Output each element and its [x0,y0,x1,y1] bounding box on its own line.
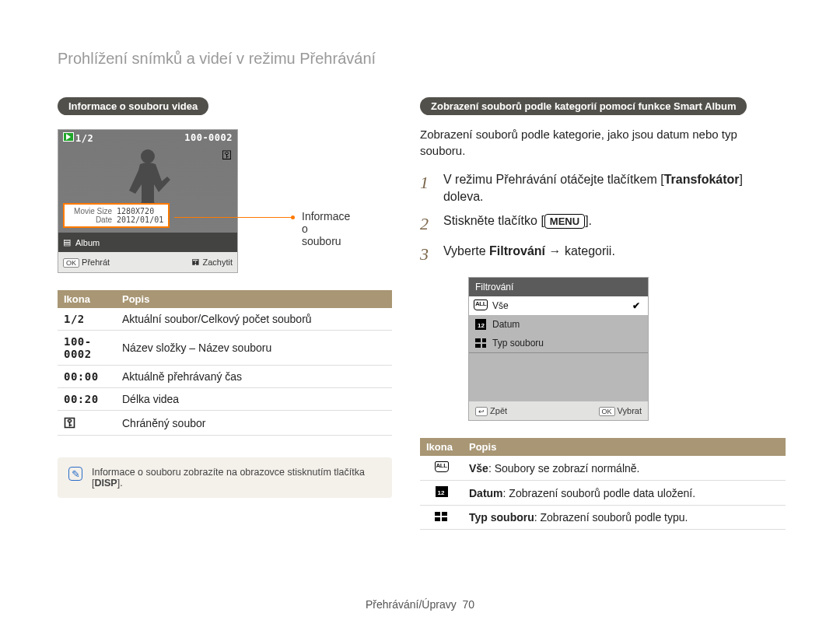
svg-point-0 [141,149,155,163]
capture-label: Zachytit [202,257,233,267]
icon-description-table: IkonaPopis 1/2Aktuální soubor/Celkový po… [58,290,392,436]
intro-text: Zobrazení souborů podle kategorie, jako … [420,126,786,159]
video-info-screenshot: 1/2 100-0002 ⚿ Movie Size 1280X720 Date … [58,129,238,273]
table-row: ⚿Chráněný soubor [58,411,392,436]
note-icon: ✎ [68,467,82,481]
step-3: 3 Vyberte Filtrování → kategorii. [420,243,786,267]
menu-option-all: ALL Vše ✔ [469,296,648,315]
table-row: 100-0002Název složky – Název souboru [58,331,392,366]
section-heading-video-info: Informace o souboru videa [58,97,208,115]
table-row: 00:20Délka videa [58,388,392,411]
table-row: Datum: Zobrazení souborů podle data ulož… [420,481,786,506]
table-row: Typ souboru: Zobrazení souborů podle typ… [420,506,786,530]
check-icon: ✔ [632,300,640,311]
lock-icon: ⚿ [222,149,233,161]
folder-file-number: 100-0002 [184,132,233,144]
calendar-icon [436,486,448,497]
ok-icon: OK [599,407,615,416]
filter-icon-table: IkonaPopis ALLVše: Soubory se zobrazí no… [420,438,786,530]
ok-button-icon: OK [63,258,79,268]
table-row: 00:00Aktuálně přehrávaný čas [58,366,392,388]
back-icon: ↩ [475,407,488,416]
file-counter: 1/2 [75,133,93,144]
key-icon: ⚿ [58,411,116,436]
menu-title: Filtrování [469,278,648,296]
callout-file-info: Informace o souboru [302,210,350,247]
menu-button-icon: MENU [544,214,585,229]
info-note: ✎ Informace o souboru zobrazíte na obraz… [58,457,392,498]
step-2: 2 Stiskněte tlačítko [MENU]. [420,212,786,236]
page-footer: Přehrávání/Úpravy 70 [0,598,840,611]
grid-icon: ▤ [63,237,71,247]
play-label: Přehrát [82,257,110,267]
menu-option-type: Typ souboru [469,334,648,352]
table-row: ALLVše: Soubory se zobrazí normálně. [420,456,786,481]
filetype-icon [435,512,449,521]
filter-menu-screenshot: Filtrování ALL Vše ✔ Datum Typ souboru ↩… [468,277,649,421]
file-info-overlay: Movie Size 1280X720 Date 2012/01/01 [63,203,170,228]
play-icon [63,132,74,142]
page-title: Prohlížení snímků a videí v režimu Přehr… [58,50,376,68]
menu-option-date: Datum [469,315,648,334]
album-bar: ▤ Album [58,233,237,252]
step-1: 1 V režimu Přehrávání otáčejte tlačítkem… [420,171,786,206]
table-row: 1/2Aktuální soubor/Celkový počet souborů [58,308,392,331]
all-icon: ALL [435,461,449,475]
section-heading-smart-album: Zobrazení souborů podle kategorií pomocí… [420,97,747,115]
capture-icon: 🖬 [191,257,200,267]
